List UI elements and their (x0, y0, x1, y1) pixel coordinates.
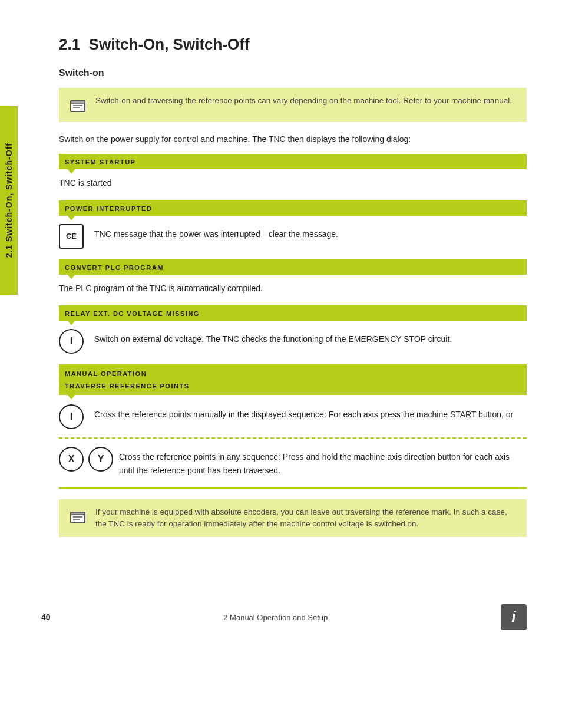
body-text-1: Switch on the power supply for control a… (59, 133, 527, 146)
note-text-2: If your machine is equipped with absolut… (95, 506, 517, 531)
dialog-bar-arrow-3 (67, 274, 75, 279)
dialog4-description: Switch on external dc voltage. The TNC c… (94, 329, 452, 345)
note-icon-1 (68, 96, 87, 115)
note-text-1: Switch-on and traversing the reference p… (95, 95, 512, 107)
section-heading-switch-on: Switch-on (59, 68, 527, 78)
dialog-bar-arrow-2 (67, 215, 75, 220)
keys-group-xy: X Y (59, 447, 113, 472)
svg-rect-5 (71, 512, 85, 515)
dialog-section-2: POWER INTERRUPTED CE TNC message that th… (59, 200, 527, 249)
dialog-bar-2: POWER INTERRUPTED (59, 200, 527, 216)
sidebar-tab: 2.1 Switch-On, Switch-Off (0, 106, 18, 295)
dialog2-description: TNC message that the power was interrupt… (94, 224, 338, 241)
dialog-bar-4: RELAY EXT. DC VOLTAGE MISSING (59, 305, 527, 321)
dialog-section-1: SYSTEM STARTUP TNC is started (59, 154, 527, 189)
dialog-bar-arrow-4 (67, 320, 75, 325)
section-rule (59, 487, 527, 489)
dialog-bar-label-4: RELAY EXT. DC VOLTAGE MISSING (65, 310, 200, 317)
sidebar-tab-label: 2.1 Switch-On, Switch-Off (4, 143, 14, 258)
dialog5-description-i: Cross the reference points manually in t… (94, 404, 513, 421)
dialog5-description-xy: Cross the reference points in any sequen… (119, 447, 527, 477)
x-button[interactable]: X (59, 447, 84, 472)
footer-info-icon: i (501, 604, 527, 630)
dialog-bar-3: CONVERT PLC PROGRAM (59, 259, 527, 275)
ce-button[interactable]: CE (59, 224, 84, 249)
dashed-separator (59, 437, 527, 439)
footer-page-number: 40 (41, 612, 51, 622)
dialog4-key-row: I Switch on external dc voltage. The TNC… (59, 329, 527, 354)
note-box-2: If your machine is equipped with absolut… (59, 499, 527, 538)
dialog-bar-label-3: CONVERT PLC PROGRAM (65, 264, 164, 271)
dialog-bar-label-1: SYSTEM STARTUP (65, 159, 135, 166)
svg-rect-1 (71, 101, 85, 103)
dialog-section-4: RELAY EXT. DC VOLTAGE MISSING I Switch o… (59, 305, 527, 354)
dialog-bar-label-5: MANUAL OPERATIONTRAVERSE REFERENCE POINT… (65, 370, 190, 390)
dialog1-content: TNC is started (59, 176, 527, 189)
i-button-2[interactable]: I (59, 404, 84, 429)
note-box-1: Switch-on and traversing the reference p… (59, 88, 527, 122)
footer-chapter-label: 2 Manual Operation and Setup (223, 613, 328, 622)
chapter-heading: 2.1 Switch-On, Switch-Off (59, 35, 527, 54)
dialog5-key-row-i: I Cross the reference points manually in… (59, 404, 527, 429)
dialog-bar-arrow-5 (67, 394, 75, 400)
dialog-bar-arrow-1 (67, 169, 75, 174)
dialog-bar-label-2: POWER INTERRUPTED (65, 205, 152, 212)
dialog-section-3: CONVERT PLC PROGRAM The PLC program of t… (59, 259, 527, 295)
dialog5-key-row-xy: X Y Cross the reference points in any se… (59, 447, 527, 477)
main-content: 2.1 Switch-On, Switch-Off Switch-on Swit… (24, 0, 562, 583)
note-icon-2 (68, 508, 87, 526)
dialog2-key-row: CE TNC message that the power was interr… (59, 224, 527, 249)
dialog-bar-5: MANUAL OPERATIONTRAVERSE REFERENCE POINT… (59, 364, 527, 395)
dialog-bar-1: SYSTEM STARTUP (59, 154, 527, 169)
footer: 40 2 Manual Operation and Setup i (0, 595, 562, 640)
dialog-section-5: MANUAL OPERATIONTRAVERSE REFERENCE POINT… (59, 364, 527, 477)
y-button[interactable]: Y (88, 447, 113, 472)
dialog3-content: The PLC program of the TNC is automatica… (59, 282, 527, 295)
i-button-1[interactable]: I (59, 329, 84, 354)
